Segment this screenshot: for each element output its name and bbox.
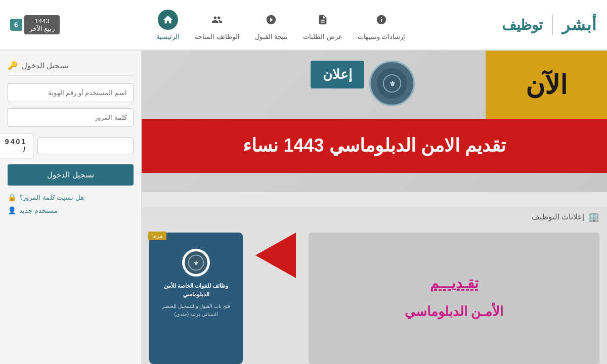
job-card-logo-inner: ⚜ bbox=[185, 251, 207, 274]
employment-header: 🏢 إعلانات التوظيف bbox=[532, 207, 599, 226]
results-icon bbox=[261, 10, 281, 30]
job-card-description: فتح باب القبول والتسجيل للعنصر النسائي ب… bbox=[155, 302, 237, 318]
announcement-area: الآن إعلان ⚜ تقديم الامن الدبلوماسي 1443… bbox=[142, 51, 607, 192]
header: أبشر توظيف إرشادات وتنبيهات عرض الطلبات … bbox=[0, 0, 607, 51]
password-input[interactable] bbox=[8, 108, 134, 127]
job-card-tag: مرتبا bbox=[148, 232, 166, 240]
applications-icon bbox=[313, 10, 333, 30]
nav-item-jobs[interactable]: الوظائف المتاحة bbox=[195, 10, 240, 40]
guides-icon bbox=[371, 10, 392, 30]
username-input[interactable] bbox=[8, 83, 134, 102]
captcha-input[interactable] bbox=[37, 138, 134, 154]
now-text: الآن bbox=[526, 70, 567, 100]
arrow-container bbox=[243, 233, 309, 278]
svg-text:⚜: ⚜ bbox=[389, 79, 396, 88]
forgot-password-icon: 🔒 bbox=[8, 193, 16, 201]
nav-label-home: الرئيسية bbox=[156, 33, 180, 40]
announcement-box: إعلان bbox=[311, 61, 364, 88]
taqdem-line2: الأمـن الدبلوماسي bbox=[405, 302, 503, 322]
logo-sub: توظيف bbox=[502, 17, 543, 33]
red-arrow-icon bbox=[255, 233, 296, 278]
nav-label-applications: عرض الطلبات bbox=[303, 33, 342, 40]
forgot-password-link[interactable]: هل نسيت كلمة المرور؟ 🔒 bbox=[8, 193, 134, 201]
nav-label-results: نتيجة القبول bbox=[255, 33, 288, 40]
announcement-label: إعلان bbox=[323, 67, 352, 82]
now-overlay: الآن bbox=[486, 51, 607, 119]
employment-icon: 🏢 bbox=[588, 211, 599, 222]
banner-text: تقديم الامن الدبلوماسي 1443 نساء bbox=[243, 135, 505, 156]
job-card-logo: ⚜ bbox=[182, 249, 210, 277]
taqdem-line1: تقـديـــم bbox=[430, 275, 479, 292]
captcha-row: 9401 / الرمز المرئي bbox=[8, 133, 134, 158]
nav-label-jobs: الوظائف المتاحة bbox=[195, 33, 240, 40]
login-title-icon: 🔑 bbox=[8, 61, 18, 70]
nav-item-home[interactable]: الرئيسية bbox=[156, 10, 180, 40]
login-title-text: تسجيل الدخول bbox=[22, 61, 68, 70]
new-user-text: مستخدم جديد bbox=[19, 207, 58, 214]
nav-item-results[interactable]: نتيجة القبول bbox=[255, 10, 288, 40]
red-banner: تقديم الامن الدبلوماسي 1443 نساء bbox=[142, 119, 607, 173]
employment-title: إعلانات التوظيف bbox=[532, 212, 584, 221]
police-logo: ⚜ bbox=[369, 61, 415, 106]
taqdem-box[interactable]: تقـديـــم الأمـن الدبلوماسي bbox=[309, 233, 599, 364]
police-logo-inner: ⚜ bbox=[377, 68, 407, 99]
captcha-value: 9401 bbox=[5, 138, 27, 146]
hijri-month: ربيع الآخر bbox=[29, 25, 55, 32]
jobs-icon bbox=[207, 10, 227, 30]
new-user-link[interactable]: مستخدم جديد 👤 bbox=[8, 206, 134, 214]
forgot-password-text: هل نسيت كلمة المرور؟ bbox=[19, 194, 84, 201]
hijri-year: 1443 bbox=[29, 17, 55, 25]
bottom-section: 🏢 إعلانات التوظيف تقـديـــم الأمـن الدبل… bbox=[142, 207, 607, 364]
right-sidebar: تسجيل الدخول 🔑 9401 / الرمز المرئي تسجيل… bbox=[0, 51, 142, 364]
job-card[interactable]: مرتبا ⚜ وظائف للقوات الخاصة للأمن الدبلو… bbox=[149, 233, 243, 364]
captcha-slash: / bbox=[23, 146, 27, 154]
new-user-icon: 👤 bbox=[8, 206, 16, 214]
captcha-display: 9401 / bbox=[0, 133, 33, 158]
nav-bar: إرشادات وتنبيهات عرض الطلبات نتيجة القبو… bbox=[60, 10, 502, 40]
date-text: 1443 ربيع الآخر bbox=[24, 15, 60, 34]
main-content: الآن إعلان ⚜ تقديم الامن الدبلوماسي 1443… bbox=[0, 51, 607, 364]
content-area: الآن إعلان ⚜ تقديم الامن الدبلوماسي 1443… bbox=[142, 51, 607, 364]
home-icon bbox=[158, 10, 178, 30]
logo-main: أبشر bbox=[562, 15, 597, 34]
nav-item-applications[interactable]: عرض الطلبات bbox=[303, 10, 342, 40]
nav-label-guides: إرشادات وتنبيهات bbox=[358, 33, 406, 40]
date-badge: 1443 ربيع الآخر 6 bbox=[10, 15, 60, 34]
job-card-title: وظائف للقوات الخاصة للأمن الدبلوماسي bbox=[155, 282, 237, 298]
logo-divider bbox=[552, 15, 553, 35]
date-number: 6 bbox=[10, 19, 22, 31]
nav-item-guides[interactable]: إرشادات وتنبيهات bbox=[358, 10, 406, 40]
logo-area: أبشر توظيف bbox=[502, 15, 597, 35]
svg-text:⚜: ⚜ bbox=[193, 260, 199, 267]
login-button[interactable]: تسجيل الدخول bbox=[8, 164, 134, 186]
login-section-title: تسجيل الدخول 🔑 bbox=[8, 61, 134, 76]
